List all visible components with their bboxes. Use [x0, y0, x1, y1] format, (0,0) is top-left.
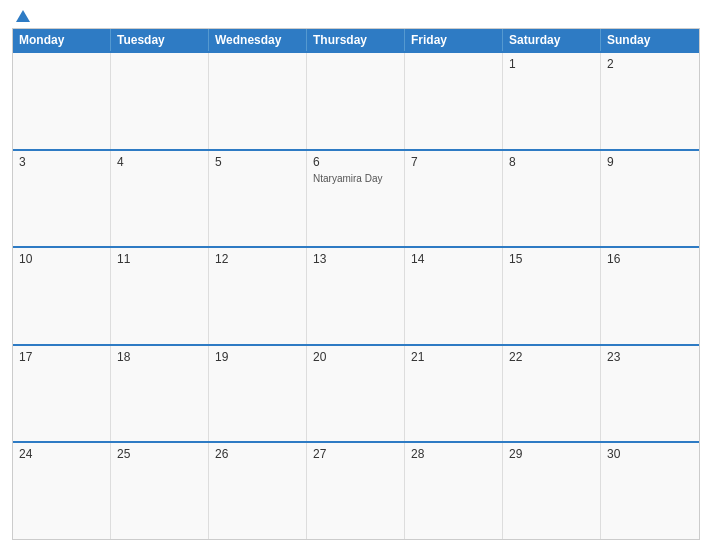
calendar-cell: 6Ntaryamira Day [307, 151, 405, 247]
day-number: 28 [411, 447, 496, 461]
calendar-cell: 16 [601, 248, 699, 344]
calendar-cell: 7 [405, 151, 503, 247]
day-number: 27 [313, 447, 398, 461]
day-number: 12 [215, 252, 300, 266]
logo-triangle-icon [16, 10, 30, 22]
weekday-header-cell: Tuesday [111, 29, 209, 51]
calendar-cell: 5 [209, 151, 307, 247]
day-number: 30 [607, 447, 693, 461]
day-number: 8 [509, 155, 594, 169]
calendar-cell: 29 [503, 443, 601, 539]
day-number: 25 [117, 447, 202, 461]
day-number: 16 [607, 252, 693, 266]
calendar-cell: 26 [209, 443, 307, 539]
calendar-cell: 24 [13, 443, 111, 539]
calendar-cell: 3 [13, 151, 111, 247]
calendar-cell: 4 [111, 151, 209, 247]
weekday-header-cell: Monday [13, 29, 111, 51]
day-number: 13 [313, 252, 398, 266]
day-number: 26 [215, 447, 300, 461]
day-number: 3 [19, 155, 104, 169]
calendar-row: 3456Ntaryamira Day789 [13, 149, 699, 247]
day-number: 24 [19, 447, 104, 461]
calendar-row: 24252627282930 [13, 441, 699, 539]
calendar-cell [405, 53, 503, 149]
day-number: 15 [509, 252, 594, 266]
day-number: 21 [411, 350, 496, 364]
calendar-cell: 15 [503, 248, 601, 344]
weekday-header-row: MondayTuesdayWednesdayThursdayFridaySatu… [13, 29, 699, 51]
calendar-cell: 14 [405, 248, 503, 344]
day-number: 7 [411, 155, 496, 169]
calendar-cell: 27 [307, 443, 405, 539]
calendar-cell: 9 [601, 151, 699, 247]
calendar-cell: 10 [13, 248, 111, 344]
weekday-header-cell: Wednesday [209, 29, 307, 51]
calendar-cell: 19 [209, 346, 307, 442]
calendar-cell: 2 [601, 53, 699, 149]
day-number: 2 [607, 57, 693, 71]
calendar-cell [209, 53, 307, 149]
calendar-row: 12 [13, 51, 699, 149]
weekday-header-cell: Friday [405, 29, 503, 51]
calendar-cell: 13 [307, 248, 405, 344]
calendar-cell: 11 [111, 248, 209, 344]
weekday-header-cell: Saturday [503, 29, 601, 51]
header [12, 10, 700, 22]
holiday-label: Ntaryamira Day [313, 173, 398, 184]
calendar-cell [307, 53, 405, 149]
day-number: 11 [117, 252, 202, 266]
day-number: 17 [19, 350, 104, 364]
calendar-cell: 25 [111, 443, 209, 539]
calendar-cell [13, 53, 111, 149]
calendar-cell: 17 [13, 346, 111, 442]
day-number: 14 [411, 252, 496, 266]
calendar-cell: 22 [503, 346, 601, 442]
weekday-header-cell: Thursday [307, 29, 405, 51]
day-number: 1 [509, 57, 594, 71]
day-number: 6 [313, 155, 398, 169]
day-number: 22 [509, 350, 594, 364]
day-number: 9 [607, 155, 693, 169]
calendar-grid: MondayTuesdayWednesdayThursdayFridaySatu… [12, 28, 700, 540]
calendar-cell: 8 [503, 151, 601, 247]
calendar-cell: 28 [405, 443, 503, 539]
day-number: 18 [117, 350, 202, 364]
calendar-cell: 1 [503, 53, 601, 149]
calendar-row: 10111213141516 [13, 246, 699, 344]
day-number: 29 [509, 447, 594, 461]
day-number: 5 [215, 155, 300, 169]
weekday-header-cell: Sunday [601, 29, 699, 51]
calendar-page: MondayTuesdayWednesdayThursdayFridaySatu… [0, 0, 712, 550]
logo [12, 10, 30, 22]
calendar-cell [111, 53, 209, 149]
calendar-body: 123456Ntaryamira Day78910111213141516171… [13, 51, 699, 539]
calendar-cell: 30 [601, 443, 699, 539]
calendar-cell: 18 [111, 346, 209, 442]
calendar-row: 17181920212223 [13, 344, 699, 442]
day-number: 20 [313, 350, 398, 364]
day-number: 19 [215, 350, 300, 364]
day-number: 4 [117, 155, 202, 169]
calendar-cell: 23 [601, 346, 699, 442]
day-number: 10 [19, 252, 104, 266]
calendar-cell: 21 [405, 346, 503, 442]
calendar-cell: 20 [307, 346, 405, 442]
calendar-cell: 12 [209, 248, 307, 344]
day-number: 23 [607, 350, 693, 364]
